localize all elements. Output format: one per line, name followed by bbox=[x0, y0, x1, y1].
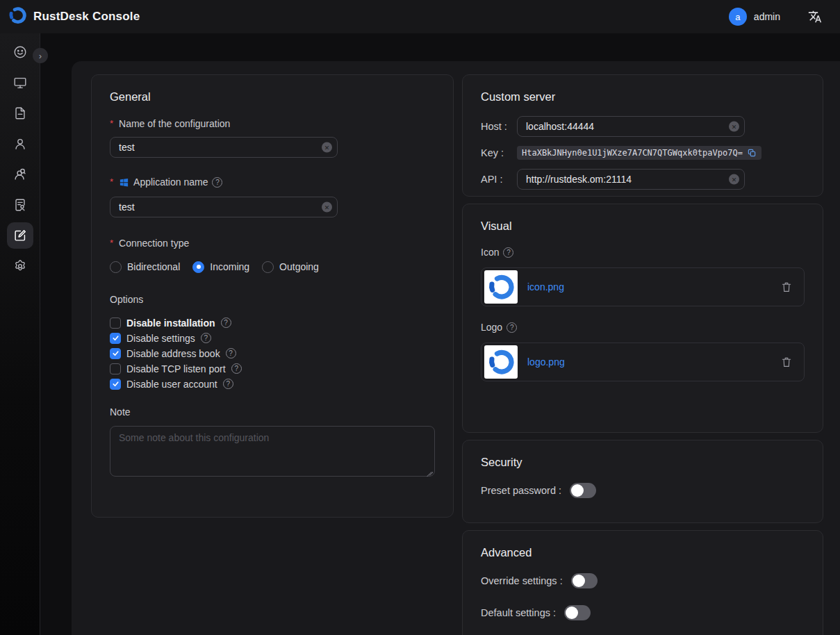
icon-thumbnail bbox=[484, 270, 518, 304]
main-area: General * Name of the configuration ✕ * … bbox=[40, 33, 840, 635]
icon-file-link[interactable]: icon.png bbox=[527, 281, 564, 292]
icon-label: Icon ? bbox=[481, 247, 805, 258]
required-asterisk: * bbox=[110, 176, 113, 188]
sidebar-item-logs[interactable] bbox=[0, 98, 40, 129]
sidebar-expand-button[interactable]: › bbox=[33, 48, 48, 63]
checkbox-icon bbox=[110, 318, 121, 329]
host-input[interactable] bbox=[517, 116, 745, 137]
radio-incoming[interactable]: Incoming bbox=[192, 261, 249, 273]
options-list: Disable installation ? Disable settings … bbox=[110, 318, 435, 390]
translate-icon[interactable] bbox=[808, 10, 822, 24]
radio-icon bbox=[110, 261, 122, 273]
name-label: * Name of the configuration bbox=[110, 117, 435, 130]
sidebar-item-groups[interactable] bbox=[0, 159, 40, 190]
general-title: General bbox=[110, 90, 435, 104]
help-icon[interactable]: ? bbox=[212, 177, 222, 188]
security-card: Security Preset password : bbox=[462, 440, 823, 523]
sidebar-item-audit[interactable] bbox=[0, 190, 40, 220]
option-disable-tcp-listen-port[interactable]: Disable TCP listen port ? bbox=[110, 363, 435, 374]
host-input-wrap: ✕ bbox=[517, 116, 745, 137]
logo-file-row: logo.png bbox=[481, 343, 805, 381]
custom-server-title: Custom server bbox=[481, 90, 805, 104]
override-settings-label: Override settings : bbox=[481, 575, 563, 586]
preset-password-label: Preset password : bbox=[481, 485, 561, 496]
visual-title: Visual bbox=[481, 220, 805, 233]
brand: RustDesk Console bbox=[8, 6, 140, 27]
help-icon[interactable]: ? bbox=[503, 247, 513, 258]
sidebar bbox=[0, 33, 40, 635]
audit-log-icon bbox=[7, 192, 33, 218]
connection-type-label: * Connection type bbox=[110, 237, 435, 249]
option-disable-address-book[interactable]: Disable address book ? bbox=[110, 348, 435, 359]
radio-outgoing[interactable]: Outgoing bbox=[262, 261, 319, 273]
logo-thumbnail bbox=[484, 345, 518, 379]
clear-icon[interactable]: ✕ bbox=[322, 202, 332, 213]
preset-password-toggle[interactable] bbox=[570, 483, 596, 498]
key-label: Key : bbox=[481, 147, 517, 158]
right-column: Custom server Host : ✕ Key : HtaXBkJNHyn… bbox=[462, 74, 823, 635]
default-settings-row: Default settings : bbox=[481, 605, 805, 620]
options-label: Options bbox=[110, 294, 435, 305]
help-icon[interactable]: ? bbox=[231, 363, 242, 374]
username[interactable]: admin bbox=[754, 11, 780, 22]
trash-icon[interactable] bbox=[780, 281, 793, 293]
user-icon bbox=[7, 131, 33, 157]
host-label: Host : bbox=[481, 121, 517, 132]
help-icon[interactable]: ? bbox=[226, 348, 236, 358]
api-label: API : bbox=[481, 174, 517, 185]
clear-icon[interactable]: ✕ bbox=[729, 122, 739, 132]
note-label: Note bbox=[110, 406, 435, 418]
application-name-label: * Application name ? bbox=[110, 176, 435, 188]
sidebar-item-configurations[interactable] bbox=[0, 220, 40, 251]
custom-server-card: Custom server Host : ✕ Key : HtaXBkJNHyn… bbox=[462, 74, 823, 197]
chevron-right-icon: › bbox=[39, 51, 42, 61]
key-row: Key : HtaXBkJNHyn0e1U1jWXze7A7CN7QTGWqxk… bbox=[481, 146, 805, 160]
icon-file-row: icon.png bbox=[481, 267, 805, 306]
radio-icon bbox=[192, 261, 204, 273]
api-input[interactable] bbox=[517, 169, 745, 190]
radio-bidirectional[interactable]: Bidirectional bbox=[110, 261, 180, 273]
option-disable-installation[interactable]: Disable installation ? bbox=[110, 318, 435, 329]
name-input[interactable] bbox=[110, 137, 338, 158]
general-card: General * Name of the configuration ✕ * … bbox=[91, 74, 454, 518]
windows-icon bbox=[119, 177, 129, 188]
help-icon[interactable]: ? bbox=[221, 318, 231, 328]
override-settings-toggle[interactable] bbox=[571, 573, 598, 588]
application-input-wrap: ✕ bbox=[110, 197, 338, 217]
checkbox-icon bbox=[110, 333, 121, 344]
logo-file-link[interactable]: logo.png bbox=[527, 356, 565, 368]
host-row: Host : ✕ bbox=[481, 116, 805, 137]
sidebar-item-settings[interactable] bbox=[0, 251, 40, 281]
option-disable-settings[interactable]: Disable settings ? bbox=[110, 333, 435, 344]
avatar[interactable]: a bbox=[729, 8, 747, 26]
clear-icon[interactable]: ✕ bbox=[322, 142, 332, 153]
default-settings-label: Default settings : bbox=[481, 607, 556, 618]
advanced-card: Advanced Override settings : Default set… bbox=[462, 530, 823, 635]
clear-icon[interactable]: ✕ bbox=[729, 174, 739, 185]
radio-icon bbox=[262, 261, 274, 273]
copy-icon[interactable] bbox=[747, 148, 757, 158]
document-icon bbox=[7, 100, 33, 126]
logo-label: Logo ? bbox=[481, 322, 805, 333]
option-disable-user-account[interactable]: Disable user account ? bbox=[110, 379, 435, 390]
security-title: Security bbox=[481, 456, 805, 469]
checkbox-icon bbox=[110, 379, 121, 390]
advanced-title: Advanced bbox=[481, 546, 805, 559]
note-textarea[interactable] bbox=[110, 426, 435, 477]
help-icon[interactable]: ? bbox=[507, 322, 517, 333]
rustdesk-logo-icon bbox=[8, 6, 26, 27]
checkbox-icon bbox=[110, 348, 121, 359]
application-name-input[interactable] bbox=[110, 197, 338, 217]
required-asterisk: * bbox=[110, 117, 113, 130]
sidebar-item-devices[interactable] bbox=[0, 67, 40, 98]
help-icon[interactable]: ? bbox=[201, 333, 211, 343]
sidebar-item-users[interactable] bbox=[0, 129, 40, 159]
trash-icon[interactable] bbox=[780, 356, 793, 368]
help-icon[interactable]: ? bbox=[223, 379, 233, 389]
content-panel: General * Name of the configuration ✕ * … bbox=[72, 61, 840, 635]
topbar: RustDesk Console a admin bbox=[0, 0, 840, 33]
api-input-wrap: ✕ bbox=[517, 169, 745, 190]
default-settings-toggle[interactable] bbox=[564, 605, 591, 620]
note-wrap bbox=[110, 426, 435, 479]
resize-grip[interactable] bbox=[427, 470, 433, 477]
